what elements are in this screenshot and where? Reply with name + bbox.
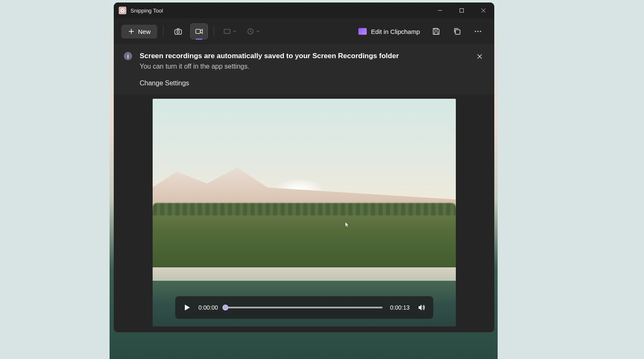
play-button[interactable]	[183, 303, 191, 312]
camera-icon	[174, 27, 182, 36]
new-button[interactable]: New	[121, 25, 157, 38]
shape-dropdown-button[interactable]	[220, 23, 240, 39]
clock-icon	[247, 28, 254, 35]
svg-point-16	[478, 31, 479, 32]
play-icon	[183, 303, 191, 312]
divider	[214, 26, 214, 37]
current-time: 0:00:00	[199, 304, 218, 311]
chevron-down-icon	[233, 29, 237, 33]
svg-rect-12	[434, 28, 437, 30]
player-controls: 0:00:00 0:00:13	[175, 296, 433, 319]
copy-icon	[453, 27, 461, 36]
delay-dropdown-button[interactable]	[243, 23, 263, 39]
app-window: Snipping Tool New	[114, 3, 494, 332]
video-preview[interactable]: 0:00:00 0:00:13	[153, 99, 456, 326]
more-options-button[interactable]	[469, 23, 487, 39]
close-button[interactable]	[473, 3, 494, 18]
svg-rect-13	[434, 32, 438, 34]
speaker-icon	[417, 303, 426, 312]
info-icon: i	[124, 52, 132, 60]
svg-rect-9	[196, 29, 200, 33]
plus-icon	[128, 28, 135, 35]
video-content	[153, 99, 456, 326]
svg-rect-2	[460, 9, 464, 13]
chevron-down-icon	[256, 29, 260, 33]
info-banner: i Screen recordings are automatically sa…	[114, 44, 494, 95]
ellipsis-icon	[474, 27, 482, 36]
minimize-button[interactable]	[429, 3, 451, 18]
rectangle-shape-icon	[223, 28, 231, 35]
window-title: Snipping Tool	[130, 8, 429, 14]
cursor-icon	[345, 222, 349, 228]
save-button[interactable]	[427, 23, 445, 39]
app-icon	[119, 7, 126, 14]
svg-point-17	[480, 31, 481, 32]
new-button-label: New	[138, 28, 151, 35]
copy-button[interactable]	[448, 23, 466, 39]
edit-in-clipchamp-button[interactable]: Edit in Clipchamp	[354, 26, 424, 38]
screenshot-mode-button[interactable]	[169, 23, 187, 39]
banner-title: Screen recordings are automatically save…	[140, 52, 468, 60]
seek-thumb[interactable]	[222, 305, 228, 310]
svg-rect-7	[175, 30, 181, 34]
save-icon	[432, 27, 440, 36]
banner-subtitle: You can turn it off in the app settings.	[140, 63, 468, 70]
svg-rect-10	[224, 29, 230, 33]
svg-rect-14	[455, 30, 460, 34]
seek-bar[interactable]	[225, 307, 383, 308]
svg-point-8	[177, 31, 179, 33]
change-settings-link[interactable]: Change Settings	[140, 79, 468, 87]
clipchamp-icon	[358, 28, 367, 35]
total-time: 0:00:13	[390, 304, 410, 311]
volume-button[interactable]	[417, 303, 426, 312]
video-camera-icon	[195, 27, 203, 36]
preview-area: 0:00:00 0:00:13	[114, 95, 494, 332]
banner-close-button[interactable]	[475, 52, 484, 63]
toolbar: New Edit in Clipchamp	[114, 18, 494, 44]
divider	[163, 26, 164, 37]
titlebar: Snipping Tool	[114, 3, 494, 18]
recording-mode-button[interactable]	[190, 23, 208, 39]
svg-point-15	[475, 31, 476, 32]
close-icon	[477, 54, 483, 59]
clipchamp-label: Edit in Clipchamp	[371, 28, 420, 35]
maximize-button[interactable]	[451, 3, 473, 18]
